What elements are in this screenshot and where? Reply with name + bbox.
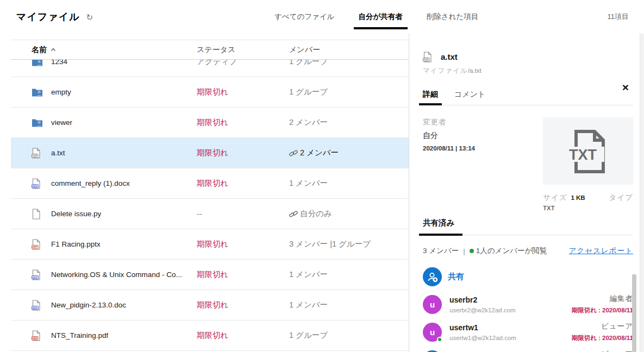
status-cell: 期限切れ [197, 117, 289, 128]
file-name: empty [51, 88, 71, 96]
table-row[interactable]: DOC Networking.OS & Unix Command - Co...… [11, 260, 409, 290]
file-name-cell: Delete issue.py [11, 208, 197, 219]
panel-scrollbar-thumb[interactable] [632, 274, 636, 352]
content-area: 名前 ステータス メンバー [0, 34, 644, 352]
share-list-item[interactable]: u usertw1 usertw1@w2k12ad.com ビューア 期限切れ … [423, 322, 633, 342]
svg-text:DOC: DOC [32, 276, 38, 279]
members-cell: 1 メンバー [289, 269, 409, 280]
share-role-block: ビューア 有効期限 : 2020/08/11 [572, 349, 633, 352]
share-user-name: usertw1 [449, 323, 478, 332]
members-count: 1 メンバー [289, 178, 328, 189]
file-name: NTS_Training.pdf [51, 331, 108, 340]
share-role-block: ビューア 期限切れ : 2020/08/11 [572, 322, 633, 342]
share-role: ビューア [572, 349, 633, 352]
file-name-cell: PPT F1 Racing.pptx [11, 238, 197, 250]
shared-heading: 共有済み [423, 218, 633, 235]
share-role-block: 編集者 期限切れ : 2020/08/11 [572, 294, 633, 315]
avatar-letter: u [430, 300, 435, 309]
share-list-item[interactable]: u userbr2 userbr2@w2k12ad.com 編集者 期限切れ :… [423, 294, 633, 315]
share-role: ビューア [572, 322, 633, 331]
txt-preview-icon: TXT [564, 127, 612, 175]
user-avatar: u [423, 295, 442, 314]
online-status-dot [437, 337, 442, 342]
file-name: Networking.OS & Unix Command - Co... [51, 271, 182, 279]
type-label: タイプ [609, 193, 633, 203]
table-row[interactable]: DOC New_pidgin-2.13.0.doc 期限切れ [11, 290, 409, 320]
table-row[interactable]: empty 期限切れ 1 グループ [11, 77, 409, 108]
share-list: u userbr2 userbr2@w2k12ad.com 編集者 期限切れ :… [423, 294, 633, 352]
members-cell: 1 メンバー [289, 299, 409, 311]
table-row[interactable]: DOC comment_reply (1).docx 期限切れ [11, 168, 409, 199]
column-header-name[interactable]: 名前 [11, 45, 197, 55]
share-member-count: 3 メンバー [423, 246, 459, 256]
breadcrumb-folder: マイファイル [423, 67, 468, 74]
status-cell: 期限切れ [197, 300, 289, 310]
column-header-members[interactable]: メンバー [289, 44, 409, 55]
svg-text:DOC: DOC [32, 185, 38, 187]
share-user-name: userbr2 [449, 296, 477, 304]
share-button[interactable]: 共有 [423, 267, 633, 286]
file-name-cell: DOC Networking.OS & Unix Command - Co... [11, 269, 197, 280]
refresh-icon[interactable]: ↻ [86, 13, 93, 21]
svg-text:TXT: TXT [33, 154, 37, 157]
panel-file-name: a.txt [441, 52, 458, 61]
file-name-cell: viewer [11, 117, 197, 128]
file-name: viewer [51, 118, 72, 127]
viewed-dot-icon [470, 249, 474, 253]
table-row[interactable]: PPT F1 Racing.pptx 期限切れ 3 メンバー [11, 229, 409, 260]
title-wrap: マイファイル ↻ [0, 10, 93, 23]
status-cell: -- [197, 209, 289, 219]
share-identity: usertw1 usertw1@w2k12ad.com [449, 323, 572, 341]
tab-deleted-items[interactable]: 削除された項目 [427, 12, 478, 22]
share-list-item[interactable]: ファイルリンク ビューア 有効期限 : 2020/08/11 [423, 349, 633, 352]
status-expired: 期限切れ [197, 179, 228, 187]
members-count: 自分のみ [300, 208, 332, 219]
table-row[interactable]: TXT a.txt 期限切れ [11, 138, 409, 168]
column-header-status[interactable]: ステータス [197, 45, 289, 55]
page-title: マイファイル [16, 10, 80, 23]
file-name: Delete issue.py [51, 210, 101, 218]
file-meta: サイズ 1 KB タイプ [543, 193, 633, 203]
tab-all-files[interactable]: すべてのファイル [274, 12, 335, 22]
svg-text:DOC: DOC [32, 306, 38, 309]
file-thumbnail: TXT [543, 117, 633, 185]
status-expired: 期限切れ [197, 300, 228, 309]
svg-text:TXT: TXT [569, 147, 597, 163]
modified-date: 2020/08/11 | 13:14 [423, 145, 543, 152]
table-row[interactable]: PDF NTS_Training.pdf 期限切れ 1 グループ [11, 320, 409, 351]
doc-file-icon: DOC [32, 178, 43, 189]
shared-folder-icon [32, 86, 43, 98]
members-count: 3 メンバー |1 グループ [289, 238, 371, 250]
table-body: 1234 アクティブ 1 グループ [11, 47, 409, 351]
table-row[interactable]: Delete issue.py -- 自分のみ [11, 199, 409, 229]
file-name: F1 Racing.pptx [51, 240, 101, 248]
svg-text:PDF: PDF [33, 337, 37, 340]
size-label: サイズ [543, 193, 567, 203]
breadcrumb-file: /a.txt [468, 67, 482, 74]
status-expired: 期限切れ [197, 331, 228, 340]
members-count: 1 メンバー [289, 269, 328, 280]
share-identity: userbr2 userbr2@w2k12ad.com [449, 295, 572, 313]
close-icon[interactable]: × [622, 81, 629, 93]
file-name: New_pidgin-2.13.0.doc [51, 301, 126, 309]
status-cell: 期限切れ [197, 178, 289, 188]
generic-file-icon [32, 208, 43, 219]
txt-file-icon: TXT [423, 51, 434, 62]
status-expired: 期限切れ [197, 87, 228, 96]
view-tabs: すべてのファイル 自分が共有者 削除された項目 [274, 0, 478, 34]
tab-shared-by-me[interactable]: 自分が共有者 [359, 12, 403, 22]
table-row[interactable]: viewer 期限切れ 2 メンバー [11, 108, 409, 138]
tab-details[interactable]: 詳細 [423, 90, 438, 99]
page-scrollbar[interactable] [640, 34, 644, 352]
share-summary: 3 メンバー | 1人のメンバーが閲覧 アクセスレポート [423, 246, 633, 256]
members-cell: 自分のみ [289, 208, 409, 219]
share-button-label: 共有 [448, 272, 464, 282]
avatar-letter: u [430, 328, 435, 337]
access-report-link[interactable]: アクセスレポート [569, 246, 633, 256]
file-name: comment_reply (1).docx [51, 179, 130, 187]
svg-text:TXT: TXT [424, 58, 429, 61]
share-expiry: 期限切れ : 2020/08/11 [572, 334, 633, 342]
tab-comments[interactable]: コメント [454, 90, 485, 99]
status-expired: 期限切れ [197, 118, 228, 127]
members-count: 2 メンバー [289, 117, 328, 128]
